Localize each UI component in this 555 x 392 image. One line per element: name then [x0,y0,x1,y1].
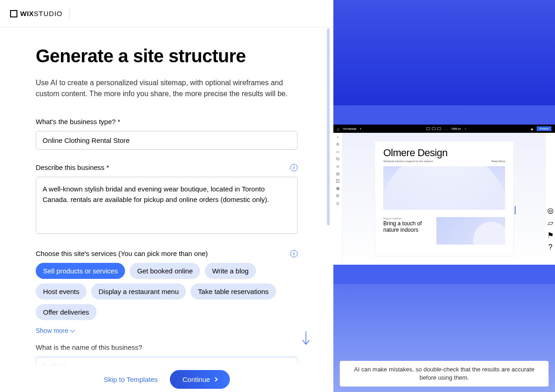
footer-actions: Skip to Templates Continue [0,366,333,392]
show-more-link[interactable]: Show more [36,327,74,334]
preview-tagline: Artisanal interiors inspired by the exte… [383,160,433,163]
tablet-icon [432,127,435,130]
ai-disclaimer: AI can make mistakes, so double-check th… [340,361,549,387]
canvas-page: Olmere Design Artisanal interiors inspir… [375,141,514,256]
comment-icon: ▱ [548,218,553,227]
preview-eye-icon: ◉ [531,127,533,131]
mobile-icon [437,127,441,130]
page-subtitle: Use AI to create a personalized visual s… [36,77,298,99]
gradient-mid [333,265,555,284]
business-name-label: What is the name of this business? [36,343,298,351]
form-container: Generate a site structure Use AI to crea… [0,27,333,366]
logo-icon [10,10,17,17]
editor-canvas: Olmere Design Artisanal interiors inspir… [343,133,546,265]
layers-icon: ▦ [336,187,340,191]
logo-wix: WIX [20,10,34,17]
page-icon: ▭ [336,150,340,154]
chip-write-blog[interactable]: Write a blog [205,263,256,279]
editor-left-sidebar: + ⚙ ▭ ⿻ A ▤ ⿲ ▦ ⊞ {} [333,133,343,265]
chevron-down-icon [70,327,75,332]
plus-icon: + [336,136,340,139]
gradient-band [333,105,555,125]
info-icon[interactable]: i [290,164,298,171]
section-image [436,217,505,245]
business-type-label: What's the business type? * [36,118,298,125]
logo-studio: STUDIO [34,10,63,17]
flag-icon: ⚑ [547,231,554,240]
help-icon: ? [549,243,553,251]
service-chips: Sell products or services Get booked onl… [36,263,298,320]
left-panel: WIXSTUDIO Generate a site structure Use … [0,0,333,392]
describe-textarea[interactable]: A well-known stylish bridal and evening … [36,177,298,234]
image-icon: ▤ [336,172,340,176]
desktop-icon [426,127,430,130]
section-label: Shop by materials [383,217,432,220]
arrow-down-icon [301,331,310,345]
editor-page-name: Homepage [343,127,356,130]
chevron-right-icon [213,377,218,381]
continue-button[interactable]: Continue [170,370,230,389]
viewport-size: 1366 px [451,127,461,130]
grid-icon: ⊞ [336,194,340,198]
chevron-down-icon: ▾ [360,127,361,130]
business-type-input[interactable] [36,131,298,150]
editor-topbar: ◻ Homepage ▾ ⋯ 1366 px ▾ ◉ Publish [333,125,555,133]
preview-panel: ◻ Homepage ▾ ⋯ 1366 px ▾ ◉ Publish + [333,0,555,392]
share-icon: ⿲ [336,180,340,183]
editor-right-sidebar: ◎ ▱ ⚑ ? [546,133,555,265]
chip-get-booked[interactable]: Get booked online [130,263,200,279]
chip-host-events[interactable]: Host events [36,283,87,299]
tree-icon: ⿻ [336,158,340,161]
chip-sell-products[interactable]: Sell products or services [36,263,125,279]
chip-restaurant-menu[interactable]: Display a restaurant menu [91,283,186,299]
section-heading: Bring a touch of nature indoors [383,221,432,234]
describe-label: Describe this business * i [36,163,298,171]
target-icon: ◎ [547,206,554,215]
publish-button: Publish [537,126,551,131]
gradient-top [333,0,555,105]
hero-image [383,166,505,210]
type-icon: A [336,165,340,169]
preview-read-more: Read More [491,160,505,163]
editor-body: + ⚙ ▭ ⿻ A ▤ ⿲ ▦ ⊞ {} Olmere Design [333,133,555,265]
editor-logo-icon: ◻ [337,127,339,131]
page-title: Generate a site structure [36,46,298,66]
chip-table-reservations[interactable]: Take table reservations [190,283,276,299]
preview-brand: Olmere Design [383,147,505,159]
device-icons [426,127,441,130]
wix-studio-logo: WIXSTUDIO [10,8,70,19]
skip-to-templates-link[interactable]: Skip to Templates [103,376,158,383]
business-name-input[interactable] [36,357,298,366]
chip-offer-deliveries[interactable]: Offer deliveries [36,304,97,320]
editor-preview: ◻ Homepage ▾ ⋯ 1366 px ▾ ◉ Publish + [333,125,555,265]
resize-handle-right [515,206,516,214]
services-label: Choose this site's services (You can pic… [36,250,298,257]
info-icon[interactable]: i [290,250,298,257]
settings-icon: ⚙ [336,143,340,147]
header: WIXSTUDIO [0,0,333,27]
code-icon: {} [336,201,340,205]
